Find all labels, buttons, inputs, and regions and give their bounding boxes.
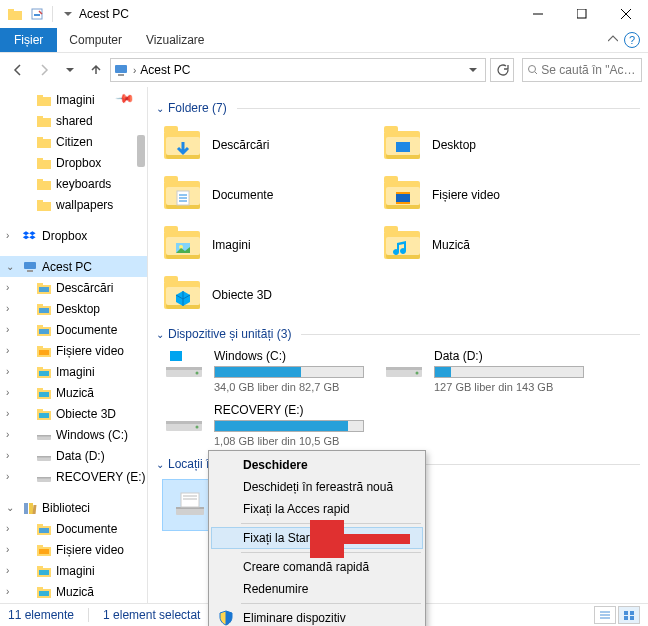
svg-rect-52 [39,413,49,418]
scrollbar-thumb[interactable] [137,135,145,167]
refresh-button[interactable] [490,58,514,82]
svg-rect-28 [37,200,43,203]
drive-item[interactable]: Data (D:)127 GB liber din 143 GB [382,347,602,395]
sidebar-item-label: Fișiere video [56,543,124,557]
svg-rect-51 [37,409,43,412]
svg-rect-72 [37,587,43,590]
svg-rect-61 [33,505,37,514]
svg-rect-34 [39,287,49,292]
nav-back-button[interactable] [6,58,30,82]
view-details-button[interactable] [594,606,616,624]
svg-rect-66 [37,545,43,548]
folder-icon [162,227,202,263]
sidebar-item[interactable]: ›Muzică [0,581,147,602]
sidebar-item[interactable]: ›Dropbox [0,225,147,246]
context-menu-item[interactable]: Deschidere [211,454,423,476]
titlebar: Acest PC [0,0,648,28]
view-large-icons-button[interactable] [618,606,640,624]
folder-item[interactable]: Imagini [162,221,382,269]
drive-capacity-bar [214,420,364,432]
sidebar-item[interactable]: ›Desktop [0,298,147,319]
sidebar-item[interactable]: ›Obiecte 3D [0,403,147,424]
folder-icon [162,177,202,213]
minimize-button[interactable] [516,0,560,28]
drive-item[interactable]: RECOVERY (E:)1,08 GB liber din 10,5 GB [162,401,382,449]
sidebar-item[interactable]: ›Documente [0,319,147,340]
svg-point-10 [529,66,536,73]
folder-item[interactable]: Documente [162,171,382,219]
context-menu-label: Deschideți în fereastră nouă [243,480,393,494]
context-menu-item[interactable]: Creare comandă rapidă [211,556,423,578]
svg-rect-17 [39,120,49,125]
svg-rect-64 [39,528,49,533]
folder-icon [382,177,422,213]
address-bar[interactable]: › Acest PC [110,58,486,82]
folder-icon [36,92,52,108]
folder-icon [382,127,422,163]
chevron-right-icon[interactable]: › [133,65,136,76]
folder-item[interactable]: Obiecte 3D [162,271,382,319]
tab-view[interactable]: Vizualizare [134,28,216,52]
vid-icon [36,343,52,359]
nav-forward-button[interactable] [32,58,56,82]
context-menu-item[interactable]: Fixați la Acces rapid [211,498,423,520]
status-count: 11 elemente [8,608,74,622]
chevron-icon: › [6,408,9,419]
sidebar-item-label: shared [56,114,93,128]
sidebar-item[interactable]: Dropbox [0,152,147,173]
context-menu-item[interactable]: Eliminare dispozitiv [211,607,423,626]
help-icon[interactable]: ? [624,32,640,48]
tab-computer[interactable]: Computer [57,28,134,52]
sidebar-item[interactable]: ›Fișiere video [0,539,147,560]
section-folders[interactable]: ⌄ Foldere (7) [156,97,640,119]
sidebar-item[interactable]: Citizen [0,131,147,152]
nav-recent-dropdown[interactable] [58,58,82,82]
drive-name: RECOVERY (E:) [214,403,380,417]
ribbon-expand-icon[interactable] [608,33,618,47]
folder-item[interactable]: Descărcări [162,121,382,169]
folder-icon [36,134,52,150]
sidebar-item[interactable]: ›Windows (C:) [0,424,147,445]
folder-label: Fișiere video [432,188,500,202]
qat-dropdown-icon[interactable] [59,5,77,23]
svg-point-95 [196,426,199,429]
sidebar-item[interactable]: ›Documente [0,518,147,539]
sidebar-item[interactable]: ›Imagini [0,560,147,581]
sidebar-item[interactable]: ›RECOVERY (E:) [0,466,147,487]
svg-rect-42 [37,346,43,349]
folder-icon [162,127,202,163]
sidebar-item[interactable]: ⌄Biblioteci [0,497,147,518]
section-drives[interactable]: ⌄ Dispozitive și unități (3) [156,323,640,345]
img-icon [36,364,52,380]
sidebar-item[interactable]: ⌄Acest PC [0,256,147,277]
nav-up-button[interactable] [84,58,108,82]
context-menu-item[interactable]: Deschideți în fereastră nouă [211,476,423,498]
sidebar-item[interactable]: shared [0,110,147,131]
close-button[interactable] [604,0,648,28]
network-drive-icon [172,489,208,521]
sidebar-item[interactable]: ›Data (D:) [0,445,147,466]
chevron-icon: › [6,429,9,440]
folder-item[interactable]: Fișiere video [382,171,602,219]
sidebar-item[interactable]: ›Imagini [0,361,147,382]
folder-item[interactable]: Muzică [382,221,602,269]
status-selection: 1 element selectat [103,608,200,622]
context-menu-item[interactable]: Redenumire [211,578,423,600]
sidebar-item[interactable]: ›Muzică [0,382,147,403]
sidebar-item[interactable]: keyboards [0,173,147,194]
folder-item[interactable]: Desktop [382,121,602,169]
maximize-button[interactable] [560,0,604,28]
svg-rect-48 [37,388,43,391]
svg-rect-3 [34,14,40,16]
svg-rect-99 [183,495,197,497]
folder-icon [382,227,422,263]
tab-file[interactable]: Fișier [0,28,57,52]
sidebar-item[interactable]: ›Descărcări [0,277,147,298]
search-box[interactable]: Se caută în "Acest ... [522,58,642,82]
sidebar-item[interactable]: ›Fișiere video [0,340,147,361]
svg-rect-0 [8,11,22,20]
qat-properties-icon[interactable] [28,5,46,23]
address-dropdown-icon[interactable] [463,59,483,81]
drive-item[interactable]: Windows (C:)34,0 GB liber din 82,7 GB [162,347,382,395]
sidebar-item[interactable]: wallpapers [0,194,147,215]
